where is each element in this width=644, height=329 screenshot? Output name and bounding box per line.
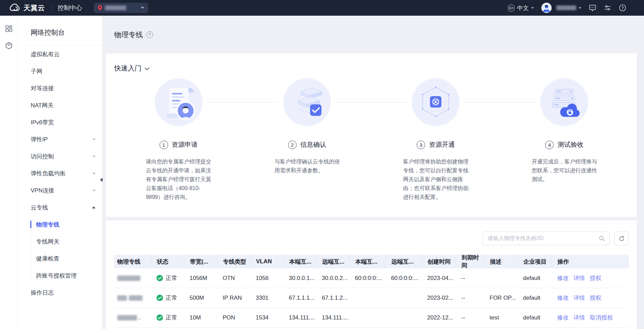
quickstart-header[interactable]: 快速入门 <box>114 64 629 73</box>
cell-operations: 修改 详情 授权 <box>552 268 629 288</box>
sidebar-item-cloud-line[interactable]: 云专线 <box>18 199 102 216</box>
authorize-link[interactable]: 授权 <box>590 274 601 282</box>
cell-name[interactable]: .. <box>114 308 151 327</box>
chevron-down-icon <box>93 139 95 140</box>
cell-vlan: 1056 <box>250 268 283 288</box>
cell-operations: 修改 详情 取消授权 <box>552 308 629 327</box>
sidebar-item-peering[interactable]: 对等连接 <box>18 80 102 97</box>
cell-local-ip: 67.1.1.1... <box>283 288 316 308</box>
list-toolbar <box>114 232 629 245</box>
console-grid-icon[interactable] <box>5 25 13 33</box>
status-text: 正常 <box>166 294 177 302</box>
col-header-remote-ip: 远端互... <box>316 255 349 268</box>
sidebar-item-elb[interactable]: 弹性负载均衡 <box>18 165 102 182</box>
cell-operations: 修改 详情 授权 <box>552 288 629 308</box>
table-row: 正常 500M IP RAN 3301 67.1.1.1... 67.1.1.2… <box>114 288 629 308</box>
cell-expire: -- <box>456 308 484 327</box>
cell-type: PON <box>217 308 250 327</box>
region-selector[interactable] <box>94 3 148 13</box>
cloud-logo-icon <box>9 4 20 12</box>
step-title: 2 信息确认 <box>288 140 326 149</box>
chevron-down-icon <box>93 156 95 157</box>
table-header-row: 物理专线 状态 带宽(... 专线类型 VLAN 本端互... 远端互... 本… <box>114 255 629 268</box>
cell-status: 正常 <box>151 308 184 327</box>
cell-name[interactable] <box>114 288 151 308</box>
topbar-divider <box>51 4 51 11</box>
col-header-local-ipv6: 本端互... <box>349 255 386 268</box>
step-description: 客户经理将协助您创建物理专线，您可以自行配置专线网关以及客户侧和云侧路由；也可联… <box>403 157 468 202</box>
edit-link[interactable]: 修改 <box>557 294 569 302</box>
cell-status: 正常 <box>151 268 184 288</box>
sidebar-item-operation-log[interactable]: 操作日志 <box>18 284 102 301</box>
cell-remote-ip: 134.111.... <box>316 308 349 327</box>
icon-rail <box>0 16 18 329</box>
console-center-link[interactable]: 控制中心 <box>58 4 82 12</box>
col-header-bandwidth: 带宽(... <box>184 255 217 268</box>
application-window: 天翼云 控制中心 En 中文 <box>0 0 644 329</box>
resource-apply-illustration-icon <box>155 78 203 126</box>
brand[interactable]: 天翼云 <box>0 3 45 13</box>
sidebar-item-subnet[interactable]: 子网 <box>18 63 102 80</box>
avatar[interactable] <box>541 3 552 13</box>
redacted-username <box>556 5 576 10</box>
edit-link[interactable]: 修改 <box>557 274 569 282</box>
col-header-ops: 操作 <box>552 255 629 268</box>
help-icon[interactable]: ? <box>619 4 626 12</box>
step-number: 2 <box>288 141 297 149</box>
step-label: 信息确认 <box>300 140 326 149</box>
language-selector[interactable]: En 中文 <box>508 4 534 12</box>
redacted-text <box>117 315 137 320</box>
detail-link[interactable]: 详情 <box>573 294 585 302</box>
cell-bandwidth: 10M <box>184 308 217 327</box>
svg-text:?: ? <box>621 6 624 11</box>
product-cube-icon[interactable] <box>5 42 13 50</box>
sidebar-item-acl[interactable]: 访问控制 <box>18 148 102 165</box>
resource-open-illustration-icon <box>412 78 460 126</box>
step-title: 4 测试验收 <box>545 140 583 149</box>
settings-sliders-icon[interactable] <box>604 4 611 12</box>
cell-desc: test <box>484 308 518 327</box>
step-label: 资源开通 <box>429 140 455 149</box>
sidebar-item-vpc[interactable]: 虚拟私有云 <box>18 46 102 63</box>
refresh-button[interactable] <box>614 232 629 245</box>
search-input[interactable] <box>488 235 599 241</box>
chevron-down-icon <box>93 173 95 174</box>
cell-name[interactable] <box>114 268 151 288</box>
status-ok-icon <box>156 275 163 281</box>
search-box <box>483 232 610 245</box>
col-header-desc: 描述 <box>484 255 518 268</box>
sidebar-item-vpn[interactable]: VPN连接 <box>18 182 102 199</box>
cell-created: 2022-12... <box>422 308 456 327</box>
page-help-icon[interactable]: ? <box>146 31 153 38</box>
sidebar-item-eip[interactable]: 弹性IP <box>18 131 102 148</box>
step-number: 3 <box>417 141 425 149</box>
detail-link[interactable]: 详情 <box>573 314 585 322</box>
col-header-type: 专线类型 <box>217 255 250 268</box>
cancel-authorize-link[interactable]: 取消授权 <box>590 314 613 322</box>
topbar: 天翼云 控制中心 En 中文 <box>0 0 644 16</box>
step-number: 1 <box>160 141 168 149</box>
step-description: 与客户经理确认云专线的使用需求和开通参数。 <box>274 157 340 175</box>
message-icon[interactable] <box>589 4 596 12</box>
sidebar-collapse-handle[interactable] <box>100 176 103 183</box>
chevron-down-icon <box>531 7 534 9</box>
authorize-link[interactable]: 授权 <box>590 294 601 302</box>
sidebar-item-physical-line[interactable]: 物理专线 <box>18 216 102 233</box>
chevron-up-icon <box>92 206 95 208</box>
sidebar-item-health-check[interactable]: 健康检查 <box>18 250 102 267</box>
col-header-name: 物理专线 <box>114 255 151 268</box>
user-menu[interactable] <box>556 5 581 10</box>
status-ok-icon <box>156 314 163 321</box>
cell-local-ipv6 <box>349 308 386 327</box>
sidebar-item-nat[interactable]: NAT网关 <box>18 97 102 114</box>
col-header-local-ip: 本端互... <box>283 255 316 268</box>
cell-expire: -- <box>456 288 484 308</box>
detail-link[interactable]: 详情 <box>573 274 585 282</box>
sidebar-item-cross-account-auth[interactable]: 跨账号授权管理 <box>18 267 102 284</box>
cell-local-ip: 134.111.... <box>283 308 316 327</box>
sidebar-item-ipv6[interactable]: IPv6带宽 <box>18 114 102 131</box>
step-resource-apply: 1 资源申请 请向您的专属客户经理提交云专线的开通申请，如果没有专属客户经理可拨… <box>114 78 243 202</box>
search-icon[interactable] <box>599 236 605 241</box>
sidebar-item-line-gateway[interactable]: 专线网关 <box>18 233 102 250</box>
edit-link[interactable]: 修改 <box>557 314 569 322</box>
